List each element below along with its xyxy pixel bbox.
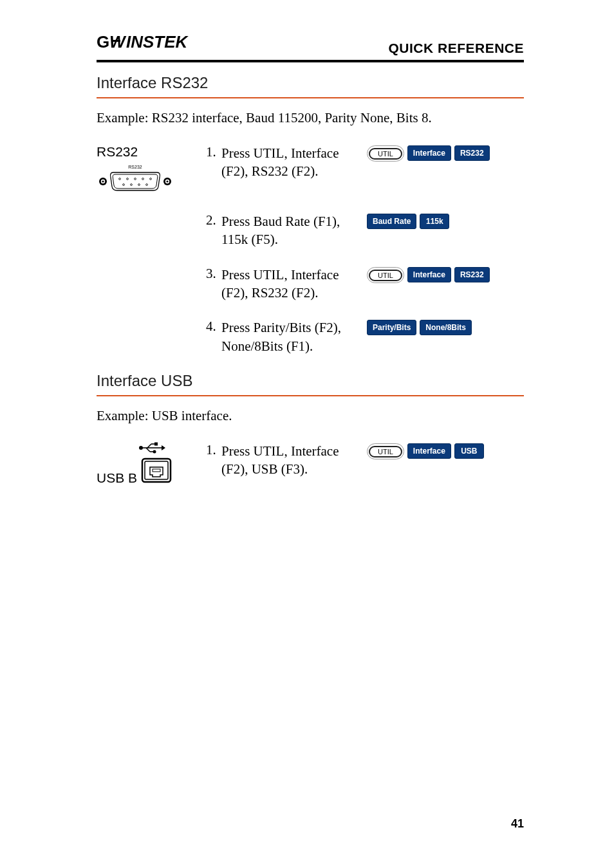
step-number: 1. [206,144,221,181]
svg-point-13 [142,178,144,180]
rs232-button: RS232 [454,267,490,282]
svg-point-18 [146,184,148,186]
svg-point-14 [150,178,152,180]
svg-text:INSTEK: INSTEK [126,32,189,51]
baudrate-button: Baud Rate [367,214,416,229]
svg-rect-2 [112,40,120,42]
step-number: 3. [206,266,221,302]
step-text: Press Parity/Bits (F2), None/8Bits (F1). [221,319,367,355]
svg-point-9 [166,180,168,182]
util-button: UTIL [367,145,404,162]
svg-point-16 [131,184,133,186]
svg-text:G: G [97,32,110,51]
svg-point-6 [102,180,104,182]
svg-point-15 [123,184,125,186]
svg-point-27 [153,450,156,454]
step-text: Press UTIL, Interface (F2), RS232 (F2). [221,266,367,302]
left-label-rs232: RS232 [97,144,206,160]
step-text: Press Baud Rate (F1), 115k (F5). [221,212,367,249]
example-usb: Example: USB interface. [97,408,524,424]
usb-trident-icon [97,442,206,456]
none8bits-button: None/8Bits [420,320,472,335]
usb-port-icon [141,457,172,486]
svg-rect-28 [142,459,171,482]
interface-button: Interface [407,145,451,161]
section-title-usb: Interface USB [97,372,524,396]
svg-point-17 [138,184,140,186]
util-button: UTIL [367,267,404,283]
svg-point-12 [135,178,136,180]
svg-line-22 [147,444,151,448]
svg-marker-21 [162,445,165,450]
svg-point-11 [127,178,129,180]
step-text: Press UTIL, Interface (F2), USB (F3). [221,442,367,479]
interface-button: Interface [407,443,451,459]
interface-button: Interface [407,267,451,282]
example-rs232: Example: RS232 interface, Baud 115200, P… [97,110,524,126]
usb-button: USB [454,443,484,459]
left-label-usb: USB B [97,470,137,486]
step-number: 1. [206,442,221,479]
page-number: 41 [511,817,524,831]
connector-label: RS232 [128,165,142,169]
util-button: UTIL [367,443,404,459]
115k-button: 115k [420,214,449,229]
svg-point-10 [119,178,121,180]
step-number: 4. [206,319,221,355]
paritybits-button: Parity/Bits [367,320,416,335]
page-header: G W INSTEK QUICK REFERENCE [97,32,524,62]
step-number: 2. [206,212,221,249]
section-title-rs232: Interface RS232 [97,74,524,98]
svg-line-25 [146,448,150,452]
brand-logo: G W INSTEK [97,32,206,56]
step-text: Press UTIL, Interface (F2), RS232 (F2). [221,144,367,181]
rs232-button: RS232 [454,145,490,161]
header-section-label: QUICK REFERENCE [388,41,524,56]
svg-rect-24 [154,443,158,446]
svg-rect-30 [153,469,160,472]
rs232-connector-icon: RS232 [97,163,206,196]
